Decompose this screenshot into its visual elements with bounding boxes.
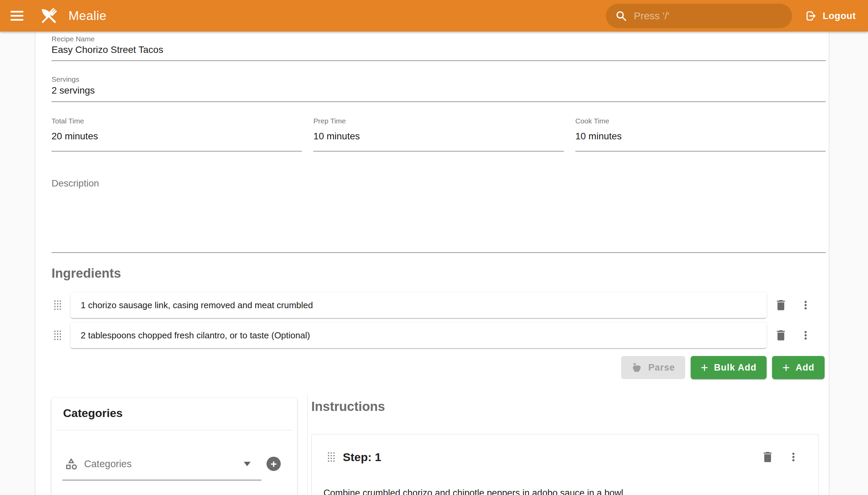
divider xyxy=(56,430,293,430)
ingredient-menu-button[interactable] xyxy=(798,327,814,343)
trash-icon xyxy=(774,328,788,342)
step-header: Step: 1 xyxy=(328,449,802,464)
shapes-icon xyxy=(64,457,78,471)
trash-icon xyxy=(761,450,775,464)
categories-card-title: Categories xyxy=(63,407,123,420)
trash-icon xyxy=(774,298,788,312)
total-time-label: Total Time xyxy=(52,117,302,125)
cook-time-underline xyxy=(575,151,826,152)
add-label: Add xyxy=(796,362,814,373)
drag-handle-icon[interactable] xyxy=(54,301,61,310)
categories-select-label: Categories xyxy=(84,458,244,470)
add-category-button[interactable]: + xyxy=(267,457,281,471)
logout-button[interactable]: Logout xyxy=(802,4,859,28)
column-divider xyxy=(307,394,308,495)
hamburger-menu-icon[interactable] xyxy=(7,6,27,25)
prep-time-label: Prep Time xyxy=(313,117,563,125)
app-title[interactable]: Mealie xyxy=(68,9,106,23)
categories-select-underline xyxy=(62,480,261,480)
mealie-recipe-editor: Mealie Logout Recipe Name Easy Chorizo S… xyxy=(0,0,868,495)
description-underline xyxy=(52,252,826,253)
step-text-input[interactable]: Combine crumbled chorizo and chipotle pe… xyxy=(323,488,805,495)
instruction-step-card: Step: 1 Combine crumbled chorizo and chi… xyxy=(311,434,819,495)
search-icon xyxy=(615,10,627,22)
delete-ingredient-button[interactable] xyxy=(773,297,789,313)
kebab-icon xyxy=(799,329,812,342)
drag-handle-icon[interactable] xyxy=(54,330,61,340)
logout-label: Logout xyxy=(822,11,856,21)
description-textarea[interactable] xyxy=(52,191,826,252)
servings-label: Servings xyxy=(52,75,79,83)
total-time-underline xyxy=(52,151,302,152)
prep-time-underline xyxy=(313,151,563,152)
total-time-field[interactable]: 20 minutes xyxy=(52,131,302,142)
parse-label: Parse xyxy=(648,362,675,373)
delete-step-button[interactable] xyxy=(760,449,776,465)
parse-button[interactable]: Parse xyxy=(621,356,685,379)
servings-field[interactable]: 2 servings xyxy=(52,85,95,96)
mealie-logo-icon xyxy=(38,5,60,27)
ingredient-input[interactable]: 1 chorizo sausage link, casing removed a… xyxy=(70,292,767,318)
cook-time-label: Cook Time xyxy=(575,117,826,125)
description-label: Description xyxy=(52,178,99,189)
recipe-name-underline xyxy=(52,61,826,61)
ingredient-actions: Parse + Bulk Add + Add xyxy=(36,356,824,379)
delete-ingredient-button[interactable] xyxy=(773,327,789,343)
times-row: Total Time 20 minutes Prep Time 10 minut… xyxy=(52,117,826,152)
ingredient-menu-button[interactable] xyxy=(798,297,814,313)
app-bar: Mealie Logout xyxy=(0,0,868,32)
ingredient-row: 2 tablespoons chopped fresh cilantro, or… xyxy=(54,322,814,348)
recipe-name-field[interactable]: Easy Chorizo Street Tacos xyxy=(52,45,163,55)
add-ingredient-button[interactable]: + Add xyxy=(772,356,824,379)
ingredient-input[interactable]: 2 tablespoons chopped fresh cilantro, or… xyxy=(70,322,767,348)
apple-icon xyxy=(631,362,642,373)
instructions-heading: Instructions xyxy=(311,399,385,414)
categories-select[interactable]: Categories xyxy=(64,452,253,476)
logout-icon xyxy=(805,10,817,22)
step-title: Step: 1 xyxy=(343,450,381,464)
drag-handle-icon[interactable] xyxy=(328,452,335,462)
prep-time-field[interactable]: 10 minutes xyxy=(313,131,563,142)
servings-underline xyxy=(52,101,826,102)
kebab-icon xyxy=(787,450,800,463)
ingredients-heading: Ingredients xyxy=(52,266,121,281)
bulk-add-label: Bulk Add xyxy=(714,362,757,373)
ingredient-row: 1 chorizo sausage link, casing removed a… xyxy=(54,292,814,318)
caret-down-icon xyxy=(244,462,251,466)
recipe-name-label: Recipe Name xyxy=(52,35,95,43)
search-box[interactable] xyxy=(606,4,792,28)
bulk-add-button[interactable]: + Bulk Add xyxy=(691,356,767,379)
recipe-form-card: Recipe Name Easy Chorizo Street Tacos Se… xyxy=(36,32,829,495)
step-menu-button[interactable] xyxy=(785,449,802,465)
search-input[interactable] xyxy=(633,10,784,22)
categories-card: Categories Categories + xyxy=(52,398,297,495)
kebab-icon xyxy=(799,299,812,311)
cook-time-field[interactable]: 10 minutes xyxy=(575,131,826,142)
